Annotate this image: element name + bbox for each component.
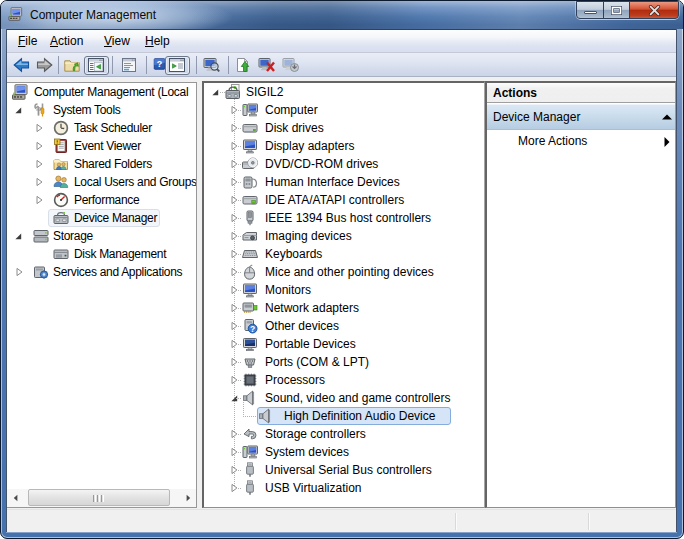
- svg-text:?: ?: [157, 59, 162, 69]
- svg-text:?: ?: [250, 324, 255, 334]
